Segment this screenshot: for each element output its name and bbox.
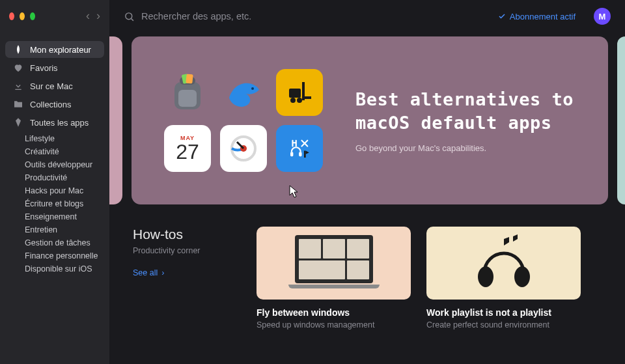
howto-card-subtitle: Create perfect sound environment xyxy=(426,320,581,329)
sidebar-category-devtools[interactable]: Outils développeur xyxy=(0,158,109,171)
hero-subtitle: Go beyond your Mac's capabilities. xyxy=(355,143,574,153)
sidebar-category-creativity[interactable]: Créativité xyxy=(0,145,109,158)
sidebar: ‹ › Mon explorateur Favoris Sur ce Mac xyxy=(0,0,109,364)
calendar-day: 27 xyxy=(176,141,199,162)
svg-line-15 xyxy=(237,142,243,148)
howto-card-title: Fly between windows xyxy=(257,307,411,318)
svg-rect-9 xyxy=(302,82,305,100)
howtos-subtitle: Productivity corner xyxy=(133,246,237,255)
sidebar-item-collections[interactable]: Collections xyxy=(5,96,104,113)
svg-rect-10 xyxy=(305,96,311,99)
search-icon xyxy=(124,11,135,22)
hero-title: Best alternatives tomacOS default apps xyxy=(355,88,574,133)
sidebar-item-all-apps[interactable]: Toutes les apps xyxy=(5,114,104,131)
svg-rect-6 xyxy=(186,74,193,84)
search-placeholder: Rechercher des apps, etc. xyxy=(141,11,251,21)
howto-card-playlist[interactable]: Work playlist is not a playlist Create p… xyxy=(426,227,581,329)
close-window-button[interactable] xyxy=(9,12,14,20)
app-icon-gauge xyxy=(220,125,267,172)
diamond-icon xyxy=(13,117,23,128)
app-icon-bird xyxy=(220,69,267,116)
howto-card-image xyxy=(257,227,411,300)
svg-point-20 xyxy=(514,266,530,287)
app-icon-forklift xyxy=(276,69,323,116)
laptop-icon xyxy=(292,235,376,291)
hero-text: Best alternatives tomacOS default apps G… xyxy=(355,88,574,152)
svg-rect-8 xyxy=(289,89,301,98)
sidebar-category-lifestyle[interactable]: Lifestyle xyxy=(0,132,109,145)
sidebar-category-writing[interactable]: Écriture et blogs xyxy=(0,197,109,210)
check-icon xyxy=(498,12,506,20)
avatar[interactable]: M xyxy=(594,8,611,25)
explorer-icon xyxy=(13,44,23,55)
howtos-title: How-tos xyxy=(133,227,237,242)
heart-icon xyxy=(13,63,23,73)
see-all-link[interactable]: See all › xyxy=(133,268,237,277)
sidebar-category-task-mgmt[interactable]: Gestion de tâches xyxy=(0,236,109,249)
svg-rect-17 xyxy=(299,152,301,156)
nav-forward-button[interactable]: › xyxy=(96,9,100,23)
sidebar-item-label: Sur ce Mac xyxy=(30,81,73,91)
search-input[interactable]: Rechercher des apps, etc. xyxy=(124,11,489,22)
svg-point-0 xyxy=(126,12,132,19)
svg-point-7 xyxy=(251,87,254,90)
howto-card-windows[interactable]: Fly between windows Speed up windows man… xyxy=(257,227,411,329)
chevron-right-icon: › xyxy=(161,268,164,277)
nav-back-button[interactable]: ‹ xyxy=(86,9,90,23)
svg-rect-18 xyxy=(304,151,306,158)
svg-rect-3 xyxy=(178,90,197,107)
headphones-icon xyxy=(465,234,543,292)
hero-prev-peek[interactable] xyxy=(109,36,122,204)
howto-card-title: Work playlist is not a playlist xyxy=(426,307,581,318)
app-icon-backpack xyxy=(164,69,211,116)
folder-icon xyxy=(13,99,23,109)
sidebar-item-on-this-mac[interactable]: Sur ce Mac xyxy=(5,77,104,94)
subscription-label: Abonnement actif xyxy=(510,12,576,21)
sidebar-category-teaching[interactable]: Enseignement xyxy=(0,210,109,223)
howto-card-image xyxy=(426,227,581,300)
svg-point-12 xyxy=(297,98,302,103)
sidebar-item-label: Collections xyxy=(30,100,72,109)
minimize-window-button[interactable] xyxy=(20,12,25,20)
sidebar-item-explorer[interactable]: Mon explorateur xyxy=(5,41,104,58)
howto-card-subtitle: Speed up windows management xyxy=(257,320,411,329)
svg-rect-16 xyxy=(290,152,293,156)
hero-app-icons: MAY 27 xyxy=(164,69,323,172)
sidebar-category-productivity[interactable]: Productivité xyxy=(0,171,109,184)
sidebar-category-finance[interactable]: Finance personnelle xyxy=(0,249,109,262)
avatar-initial: M xyxy=(599,12,606,21)
download-icon xyxy=(13,81,23,91)
sidebar-category-ios[interactable]: Disponible sur iOS xyxy=(0,262,109,275)
cursor-icon xyxy=(289,185,299,201)
svg-point-19 xyxy=(478,266,493,287)
app-icon-calendar: MAY 27 xyxy=(164,125,211,172)
svg-point-11 xyxy=(290,98,296,103)
sidebar-item-favorites[interactable]: Favoris xyxy=(5,59,104,76)
app-icon-audio xyxy=(276,125,323,172)
window-controls: ‹ › xyxy=(0,7,109,29)
hero-card[interactable]: MAY 27 Best alternatives tomacOS default… xyxy=(132,36,608,204)
topbar: Rechercher des apps, etc. Abonnement act… xyxy=(109,0,625,33)
sidebar-category-maintenance[interactable]: Entretien xyxy=(0,223,109,236)
subscription-status[interactable]: Abonnement actif xyxy=(498,12,576,21)
svg-line-1 xyxy=(132,18,133,20)
maximize-window-button[interactable] xyxy=(30,12,35,20)
howtos-intro: How-tos Productivity corner See all › xyxy=(133,227,237,329)
sidebar-category-mac-hacks[interactable]: Hacks pour Mac xyxy=(0,184,109,197)
sidebar-item-label: Favoris xyxy=(30,63,58,73)
sidebar-item-label: Toutes les apps xyxy=(30,118,89,128)
see-all-label: See all xyxy=(133,268,158,277)
sidebar-item-label: Mon explorateur xyxy=(30,45,91,55)
hero-next-peek[interactable] xyxy=(617,36,625,204)
main-content: Rechercher des apps, etc. Abonnement act… xyxy=(109,0,625,364)
